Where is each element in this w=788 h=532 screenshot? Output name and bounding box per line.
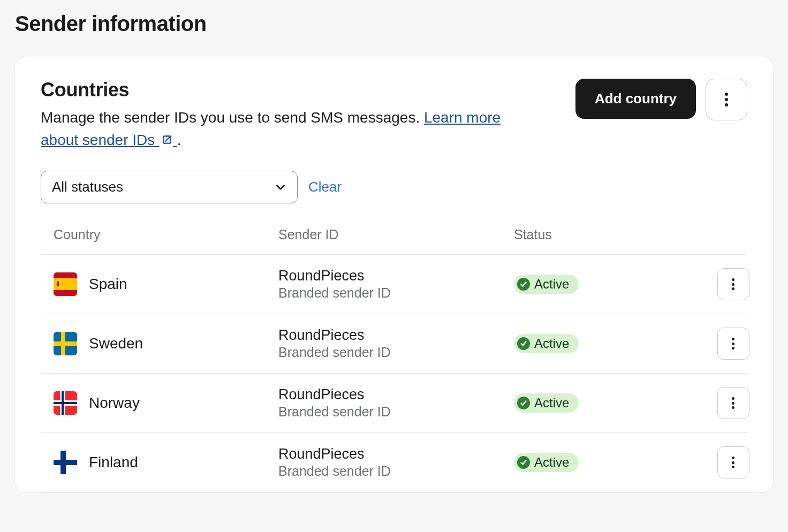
status-cell: Active xyxy=(514,275,696,294)
col-status: Status xyxy=(514,227,696,242)
sender-id-label: RoundPieces xyxy=(278,386,514,403)
country-name: Finland xyxy=(89,454,138,471)
row-more-actions-button[interactable] xyxy=(717,268,749,300)
sender-cell: RoundPieces Branded sender ID xyxy=(278,327,514,360)
countries-card: Countries Manage the sender IDs you use … xyxy=(15,57,773,492)
table-row: Norway RoundPieces Branded sender ID Act… xyxy=(41,374,747,433)
svg-rect-11 xyxy=(54,402,77,404)
row-more-actions-button[interactable] xyxy=(717,387,749,419)
flag-spain-icon xyxy=(54,272,77,296)
svg-rect-3 xyxy=(57,281,59,282)
status-text: Active xyxy=(534,277,569,292)
sender-type-label: Branded sender ID xyxy=(278,285,514,301)
page-title: Sender information xyxy=(15,12,773,36)
check-circle-icon xyxy=(517,337,530,350)
check-circle-icon xyxy=(517,456,530,469)
status-badge: Active xyxy=(514,275,579,294)
flag-sweden-icon xyxy=(54,332,77,355)
sender-type-label: Branded sender ID xyxy=(278,345,514,360)
add-country-button[interactable]: Add country xyxy=(575,79,696,119)
period: . xyxy=(177,132,181,148)
card-description-text: Manage the sender IDs you use to send SM… xyxy=(41,109,424,126)
more-vertical-icon xyxy=(732,397,735,409)
table-header: Country Sender ID Status xyxy=(41,227,747,255)
card-more-actions-button[interactable] xyxy=(706,79,747,120)
status-filter-select[interactable]: All statuses xyxy=(41,171,298,203)
check-circle-icon xyxy=(517,278,530,291)
sender-id-label: RoundPieces xyxy=(278,327,514,344)
svg-rect-6 xyxy=(54,341,77,346)
status-text: Active xyxy=(534,396,569,411)
card-title: Countries xyxy=(41,79,563,101)
col-country: Country xyxy=(54,227,278,242)
table-row: Spain RoundPieces Branded sender ID Acti… xyxy=(41,255,747,314)
col-sender-id: Sender ID xyxy=(278,227,514,242)
country-cell: Finland xyxy=(54,451,278,474)
check-circle-icon xyxy=(517,397,530,409)
external-link-icon xyxy=(161,134,173,146)
svg-rect-14 xyxy=(54,460,77,465)
country-name: Norway xyxy=(89,394,140,412)
country-cell: Spain xyxy=(54,272,278,296)
clear-filter-link[interactable]: Clear xyxy=(308,179,342,195)
sender-id-label: RoundPieces xyxy=(278,446,514,462)
more-vertical-icon xyxy=(725,93,728,107)
sender-cell: RoundPieces Branded sender ID xyxy=(278,386,514,420)
country-name: Sweden xyxy=(89,335,143,352)
country-name: Spain xyxy=(89,276,127,293)
country-cell: Norway xyxy=(54,391,278,415)
sender-cell: RoundPieces Branded sender ID xyxy=(278,268,514,301)
status-cell: Active xyxy=(514,393,696,413)
svg-rect-2 xyxy=(57,282,59,286)
status-text: Active xyxy=(534,455,569,470)
sender-id-label: RoundPieces xyxy=(278,268,514,284)
country-cell: Sweden xyxy=(54,332,278,355)
sender-type-label: Branded sender ID xyxy=(278,404,514,420)
more-vertical-icon xyxy=(732,278,735,290)
countries-table: Country Sender ID Status Spain RoundPiec… xyxy=(41,227,747,492)
flag-finland-icon xyxy=(54,451,77,474)
more-vertical-icon xyxy=(732,457,735,468)
status-cell: Active xyxy=(514,453,696,472)
status-filter-label: All statuses xyxy=(52,179,123,195)
table-row: Finland RoundPieces Branded sender ID Ac… xyxy=(41,433,747,492)
sender-type-label: Branded sender ID xyxy=(278,463,514,479)
status-cell: Active xyxy=(514,334,696,353)
card-description: Manage the sender IDs you use to send SM… xyxy=(41,107,512,151)
flag-norway-icon xyxy=(54,391,77,415)
row-more-actions-button[interactable] xyxy=(717,446,749,478)
sender-cell: RoundPieces Branded sender ID xyxy=(278,446,514,479)
status-badge: Active xyxy=(514,334,579,353)
row-more-actions-button[interactable] xyxy=(717,328,749,360)
status-badge: Active xyxy=(514,393,579,413)
status-text: Active xyxy=(534,336,569,351)
table-row: Sweden RoundPieces Branded sender ID Act… xyxy=(41,314,747,374)
more-vertical-icon xyxy=(732,338,735,349)
chevron-down-icon xyxy=(275,181,286,193)
status-badge: Active xyxy=(514,453,579,472)
